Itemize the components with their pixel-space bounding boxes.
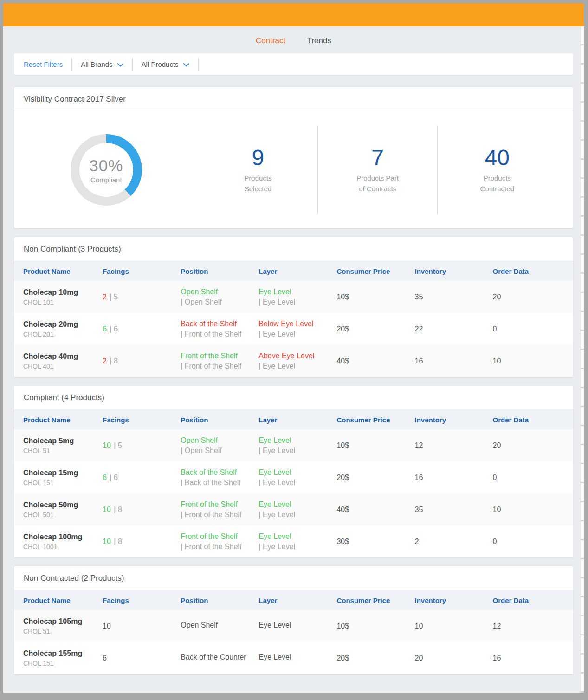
facings-cell: 10 | 8: [93, 506, 171, 514]
products-dropdown[interactable]: All Products: [142, 60, 189, 68]
product-tables: Non Compliant (3 Products) Product Name …: [3, 237, 584, 674]
inventory-cell: 16: [405, 473, 483, 482]
position-actual: Open Shelf: [181, 621, 249, 629]
position-contracted: | Open Shelf: [181, 298, 249, 306]
product-section-card: Non Contracted (2 Products) Product Name…: [14, 566, 573, 674]
consumer-price-cell: 40$: [327, 506, 405, 514]
position-cell: Open Shelf: [171, 621, 249, 631]
table-row: Cholecap 155mg CHOL 151 6 Back of the Co…: [14, 642, 573, 674]
layer-contracted: | Eye Level: [258, 447, 327, 455]
consumer-price-cell: 10$: [327, 622, 405, 630]
inventory-cell: 35: [405, 293, 483, 301]
product-code: CHOL 151: [23, 479, 93, 486]
layer-cell: Eye Level | Eye Level: [249, 500, 327, 519]
table-row: Cholecap 20mg CHOL 201 6 | 6 Back of the…: [14, 313, 573, 345]
reset-filters-button[interactable]: Reset Filters: [24, 60, 63, 68]
position-cell: Back of the Shelf | Back of the Shelf: [171, 468, 249, 487]
stat-label-line1: Products: [480, 173, 514, 184]
product-name: Cholecap 40mg: [23, 352, 93, 361]
table-body: Cholecap 5mg CHOL 51 10 | 5 Open Shelf |…: [14, 429, 573, 557]
product-code: CHOL 101: [23, 298, 93, 306]
layer-contracted: | Eye Level: [258, 479, 327, 487]
facings-cell: 2 | 8: [93, 357, 171, 365]
divider: [71, 58, 72, 71]
product-section-card: Non Compliant (3 Products) Product Name …: [14, 237, 573, 377]
layer-cell: Below Eye Level | Eye Level: [249, 320, 327, 338]
table-body: Cholecap 10mg CHOL 101 2 | 5 Open Shelf …: [14, 281, 573, 377]
brands-dropdown[interactable]: All Brands: [81, 60, 123, 68]
product-name: Cholecap 105mg: [23, 617, 93, 626]
position-contracted: | Open Shelf: [181, 447, 249, 455]
layer-cell: Eye Level: [249, 653, 327, 663]
product-code: CHOL 151: [23, 660, 93, 667]
tab-contract[interactable]: Contract: [256, 36, 285, 45]
order-data-cell: 0: [484, 538, 573, 546]
filter-bar: Reset Filters All Brands All Products: [14, 53, 573, 75]
facings-cell: 6: [93, 654, 171, 662]
table-header-row: Product Name Facings Position Layer Cons…: [14, 261, 573, 281]
product-code: CHOL 501: [23, 511, 93, 519]
section-title: Non Contracted (2 Products): [14, 566, 573, 590]
facings-contracted: | 8: [110, 357, 118, 365]
order-data-cell: 10: [484, 357, 573, 365]
facings-actual: 6: [103, 325, 107, 333]
inventory-cell: 2: [405, 538, 483, 546]
layer-actual: Eye Level: [258, 436, 327, 445]
layer-contracted: | Eye Level: [258, 511, 327, 519]
position-actual: Front of the Shelf: [181, 352, 249, 360]
inventory-cell: 35: [405, 506, 483, 514]
layer-contracted: | Eye Level: [258, 362, 327, 370]
product-name-cell: Cholecap 50mg CHOL 501: [14, 501, 93, 519]
scrollbar[interactable]: [580, 26, 584, 693]
column-header: Product Name: [14, 267, 93, 275]
column-header: Consumer Price: [327, 267, 405, 275]
column-header: Consumer Price: [327, 596, 405, 604]
column-header: Inventory: [405, 416, 483, 424]
facings-contracted: | 6: [110, 325, 118, 333]
stat-label-line2: Selected: [244, 184, 271, 194]
product-code: CHOL 51: [23, 628, 93, 635]
position-actual: Front of the Shelf: [181, 532, 249, 541]
facings-contracted: | 8: [114, 506, 122, 513]
divider: [198, 58, 199, 71]
page: Contract Trends Reset Filters All Brands…: [3, 3, 584, 693]
position-actual: Back of the Counter: [181, 653, 249, 661]
position-contracted: | Back of the Shelf: [181, 479, 249, 487]
position-cell: Open Shelf | Open Shelf: [171, 436, 249, 455]
facings-actual: 10: [103, 622, 111, 630]
product-name-cell: Cholecap 105mg CHOL 51: [14, 617, 93, 635]
contract-card-title: Visibility Contract 2017 Silver: [14, 87, 573, 111]
consumer-price-cell: 10$: [327, 441, 405, 450]
inventory-cell: 10: [405, 622, 483, 630]
consumer-price-cell: 10$: [327, 293, 405, 301]
product-name: Cholecap 50mg: [23, 501, 93, 509]
table-row: Cholecap 105mg CHOL 51 10 Open Shelf Eye…: [14, 610, 573, 642]
product-code: CHOL 51: [23, 447, 93, 454]
table-row: Cholecap 15mg CHOL 151 6 | 6 Back of the…: [14, 461, 573, 493]
stat-label-line1: Products: [244, 173, 271, 184]
stat-label: Products Selected: [244, 173, 271, 194]
order-data-cell: 0: [484, 473, 573, 482]
table-row: Cholecap 10mg CHOL 101 2 | 5 Open Shelf …: [14, 281, 573, 313]
facings-cell: 10 | 8: [93, 538, 171, 546]
layer-contracted: | Eye Level: [258, 543, 327, 551]
products-dropdown-label: All Products: [142, 60, 179, 68]
stat-label-line1: Products Part: [356, 173, 399, 184]
compliance-donut-chart: 30% Compliant: [71, 134, 142, 206]
order-data-cell: 20: [484, 293, 573, 301]
stat-label: Products Part of Contracts: [356, 173, 399, 194]
layer-cell: Eye Level: [249, 621, 327, 631]
inventory-cell: 20: [405, 654, 483, 662]
stat-label-line2: Contracted: [480, 184, 514, 194]
facings-cell: 6 | 6: [93, 473, 171, 482]
tab-trends[interactable]: Trends: [307, 36, 331, 45]
position-actual: Open Shelf: [181, 436, 249, 445]
table-header-row: Product Name Facings Position Layer Cons…: [14, 590, 573, 610]
stat-value: 9: [252, 146, 265, 170]
facings-actual: 2: [103, 293, 107, 301]
column-header: Facings: [93, 596, 171, 604]
table-body: Cholecap 105mg CHOL 51 10 Open Shelf Eye…: [14, 610, 573, 674]
consumer-price-cell: 40$: [327, 357, 405, 365]
column-header: Layer: [249, 596, 327, 604]
product-name-cell: Cholecap 10mg CHOL 101: [14, 288, 93, 306]
